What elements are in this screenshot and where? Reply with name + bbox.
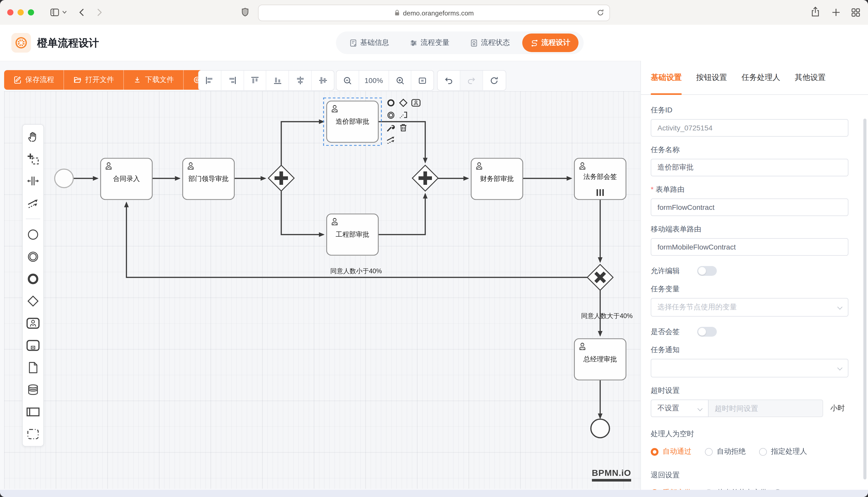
- hand-tool-icon[interactable]: [26, 130, 40, 143]
- tab-basic-info[interactable]: 基础信息: [341, 33, 397, 52]
- bpmn-io-watermark[interactable]: BPMN.iO: [592, 469, 631, 482]
- browser-chrome: demo.orangeforms.com: [0, 0, 868, 25]
- sidebar-toggle-icon[interactable]: [50, 7, 60, 17]
- align-left-button[interactable]: [199, 71, 221, 90]
- tab-flow-design[interactable]: 流程设计: [522, 33, 578, 52]
- countersign-toggle[interactable]: [697, 327, 717, 337]
- redo-button[interactable]: [460, 71, 483, 90]
- forward-icon[interactable]: [94, 7, 104, 17]
- zoom-out-button[interactable]: [336, 71, 359, 90]
- allow-edit-toggle[interactable]: [697, 266, 717, 276]
- append-text-annotation-icon[interactable]: [398, 110, 408, 120]
- append-gateway-icon[interactable]: [398, 98, 408, 108]
- task-notify-select[interactable]: [651, 359, 849, 378]
- tab-flow-status[interactable]: 流程状态: [462, 33, 518, 52]
- tab-task-assignee[interactable]: 任务处理人: [742, 60, 780, 95]
- end-event[interactable]: [591, 419, 609, 438]
- create-start-event-icon[interactable]: [26, 228, 40, 241]
- flow-engineering-to-gateway2[interactable]: [378, 194, 425, 235]
- reload-icon[interactable]: [596, 8, 605, 17]
- task-general-manager-approval[interactable]: 总经理审批: [574, 339, 626, 380]
- parallel-gateway-join[interactable]: [412, 165, 438, 191]
- align-top-button[interactable]: [244, 71, 266, 90]
- undo-button[interactable]: [438, 71, 460, 90]
- task-name-input[interactable]: [651, 159, 849, 176]
- edge-label-lt40[interactable]: 同意人数小于40%: [330, 267, 382, 274]
- create-participant-icon[interactable]: [26, 405, 40, 418]
- panel-scrollbar[interactable]: [863, 118, 866, 480]
- align-bottom-button[interactable]: [266, 71, 289, 90]
- edge-label-gt40[interactable]: 同意人数大于40%: [581, 312, 633, 320]
- flow-gateway1-to-cost[interactable]: [281, 122, 323, 165]
- start-event[interactable]: [55, 169, 73, 188]
- task-id-input[interactable]: [651, 119, 849, 137]
- tab-overview-icon[interactable]: [851, 7, 861, 17]
- task-legal-dept-countersign[interactable]: 法务部会签: [574, 158, 626, 200]
- tab-flow-variables[interactable]: 流程变量: [401, 33, 458, 52]
- chevron-down-icon: [838, 366, 842, 370]
- create-intermediate-event-icon[interactable]: [26, 250, 40, 264]
- fit-viewport-button[interactable]: [412, 71, 433, 90]
- flow-gateway1-to-engineering[interactable]: [281, 191, 323, 235]
- task-variable-select[interactable]: 选择任务节点使用的变量: [651, 298, 849, 316]
- create-gateway-icon[interactable]: [26, 294, 40, 308]
- flow-nav-tabs: 基础信息 流程变量 流程状态 流程设计: [336, 31, 584, 54]
- open-file-button[interactable]: 打开文件: [64, 70, 124, 90]
- close-window-button[interactable]: [7, 9, 13, 15]
- exclusive-gateway[interactable]: [587, 265, 613, 290]
- create-user-task-icon[interactable]: [26, 316, 40, 330]
- space-tool-icon[interactable]: [26, 174, 40, 188]
- timeout-mode-select[interactable]: 不设置: [651, 400, 708, 417]
- radio-auto-reject[interactable]: 自动拒绝: [705, 447, 746, 456]
- save-flow-button[interactable]: 保存流程: [4, 70, 64, 90]
- chevron-down-icon: [838, 305, 842, 309]
- new-tab-icon[interactable]: [831, 7, 841, 17]
- zoom-level[interactable]: 100%: [359, 71, 389, 90]
- privacy-shield-icon[interactable]: [240, 7, 250, 18]
- lasso-tool-icon[interactable]: [26, 152, 40, 166]
- bpmn-diagram: 同意人数小于40% 同意人数大于40% 合同录入 部门领导审批: [4, 91, 640, 489]
- append-intermediate-event-icon[interactable]: [386, 110, 396, 120]
- task-engineering-dept-approval[interactable]: 工程部审批: [327, 214, 378, 255]
- zoom-in-button[interactable]: [389, 71, 412, 90]
- task-cost-dept-approval[interactable]: 造价部审批: [323, 98, 381, 145]
- connect-tool-icon[interactable]: [386, 135, 396, 145]
- panel-tabs: 基础设置 按钮设置 任务处理人 其他设置: [641, 61, 868, 95]
- radio-assign-handler[interactable]: 指定处理人: [759, 447, 807, 456]
- tab-other-settings[interactable]: 其他设置: [795, 60, 826, 95]
- create-subprocess-icon[interactable]: [26, 339, 40, 352]
- append-end-event-icon[interactable]: [386, 98, 396, 108]
- tab-button-settings[interactable]: 按钮设置: [696, 60, 727, 95]
- reset-button[interactable]: [483, 71, 505, 90]
- countersign-label: 是否会签: [651, 327, 680, 337]
- append-user-task-icon[interactable]: [411, 98, 421, 108]
- align-right-button[interactable]: [221, 71, 244, 90]
- mobile-form-route-input[interactable]: [651, 238, 849, 256]
- share-icon[interactable]: [810, 6, 821, 17]
- timeout-value-input[interactable]: [708, 400, 823, 417]
- task-contract-entry[interactable]: 合同录入: [101, 158, 152, 200]
- global-connect-tool-icon[interactable]: [26, 196, 40, 210]
- create-data-object-icon[interactable]: [26, 361, 40, 374]
- task-dept-leader-approval[interactable]: 部门领导审批: [183, 158, 234, 200]
- settings-wrench-icon[interactable]: [386, 123, 396, 132]
- bpmn-canvas[interactable]: 同意人数小于40% 同意人数大于40% 合同录入 部门领导审批: [4, 91, 640, 489]
- align-vertical-center-button[interactable]: [312, 71, 334, 90]
- sidebar-chevron-icon[interactable]: [62, 10, 67, 14]
- back-icon[interactable]: [77, 7, 87, 17]
- task-finance-dept-approval[interactable]: 财务部审批: [471, 158, 523, 200]
- chevron-down-icon: [698, 407, 702, 411]
- align-horizontal-center-button[interactable]: [289, 71, 312, 90]
- create-data-store-icon[interactable]: [26, 383, 40, 396]
- form-route-input[interactable]: [651, 198, 849, 216]
- maximize-window-button[interactable]: [28, 9, 34, 15]
- create-group-icon[interactable]: [26, 427, 40, 441]
- url-bar[interactable]: demo.orangeforms.com: [258, 5, 610, 21]
- minimize-window-button[interactable]: [17, 9, 24, 15]
- parallel-gateway-split[interactable]: [268, 165, 294, 191]
- delete-trash-icon[interactable]: [398, 123, 408, 132]
- radio-auto-pass[interactable]: 自动通过: [651, 447, 691, 456]
- create-end-event-icon[interactable]: [26, 272, 40, 286]
- tab-basic-settings[interactable]: 基础设置: [651, 60, 682, 95]
- download-file-button[interactable]: 下载文件: [124, 70, 184, 90]
